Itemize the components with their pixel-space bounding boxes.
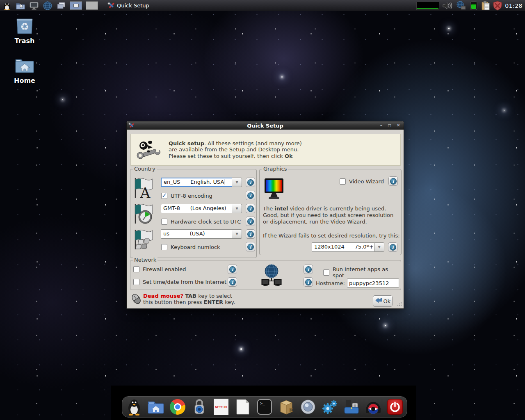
- svg-text:K: K: [289, 407, 293, 413]
- locale-value[interactable]: en_US English, USA: [164, 179, 224, 185]
- dock-menu-icon[interactable]: [126, 398, 143, 415]
- text-caret: [224, 179, 224, 185]
- svg-text:A: A: [140, 185, 151, 199]
- hwclock-checkbox[interactable]: [161, 219, 167, 225]
- taskbar-window-label: Quick Setup: [117, 2, 149, 9]
- numlock-label: Keyboard numlock: [171, 244, 220, 250]
- dock-word-processor-icon[interactable]: [234, 398, 251, 415]
- resolution-combobox[interactable]: 525x420 75.0*+: [312, 242, 384, 252]
- dock-install-icon[interactable]: [343, 398, 360, 415]
- window-title: Quick Setup: [127, 123, 404, 129]
- header-line2: are available from the Setup and Desktop…: [169, 146, 302, 153]
- hwclock-info-button[interactable]: i: [246, 217, 255, 226]
- resize-grip[interactable]: [397, 301, 402, 306]
- menu-icon[interactable]: [2, 1, 12, 10]
- spot-checkbox[interactable]: [323, 269, 329, 276]
- keyboard-info-button[interactable]: i: [246, 229, 255, 239]
- timesync-checkbox[interactable]: [133, 279, 139, 285]
- hostname-input[interactable]: [347, 278, 399, 288]
- dock-package-manager-icon[interactable]: K: [278, 398, 295, 415]
- firewall-checkbox[interactable]: [133, 266, 139, 272]
- workspace-1[interactable]: [70, 1, 82, 10]
- video-wizard-label: Video Wizard: [349, 178, 384, 185]
- video-wizard-checkbox[interactable]: [340, 178, 346, 185]
- minimize-button[interactable]: –: [380, 121, 383, 130]
- dock-multimedia-icon[interactable]: [365, 398, 382, 415]
- graphics-frame-label: Graphics: [262, 166, 288, 172]
- timezone-info-button[interactable]: i: [246, 204, 255, 213]
- windows-icon[interactable]: [56, 1, 66, 10]
- timezone-flag-icon: [133, 202, 154, 225]
- desktop-icon-home[interactable]: Home: [6, 56, 43, 84]
- titlebar[interactable]: Quick Setup – □ ✕: [127, 121, 404, 130]
- resolution-hint: If the Wizard fails to set desired resol…: [263, 233, 401, 239]
- taskbar-window-button[interactable]: Quick Setup: [107, 2, 149, 9]
- timesync-info-button[interactable]: i: [228, 277, 237, 287]
- desktop-icon-trash[interactable]: ♻ Trash: [6, 16, 43, 45]
- disk-usage-icon[interactable]: [469, 1, 478, 11]
- locale-info-button[interactable]: i: [246, 178, 255, 187]
- locale-combobox[interactable]: en_US English, USA: [161, 178, 242, 187]
- country-frame-label: Country: [133, 166, 157, 172]
- dock-browser-icon[interactable]: [169, 398, 186, 415]
- bright-star: [448, 28, 450, 29]
- keyboard-dropdown-arrow[interactable]: [232, 229, 242, 239]
- dock-lock-icon[interactable]: [191, 398, 208, 415]
- taskbar: Quick Setup 01:28: [0, 0, 525, 11]
- numlock-info-button[interactable]: i: [246, 242, 255, 251]
- utf8-info-button[interactable]: i: [246, 191, 255, 200]
- maximize-button[interactable]: □: [388, 121, 391, 130]
- firewall-info-button[interactable]: i: [228, 265, 237, 274]
- timezone-value[interactable]: GMT-8 (Los Angeles): [163, 205, 226, 211]
- resolution-value[interactable]: 525x420 75.0*+: [314, 244, 374, 250]
- bright-star: [62, 99, 63, 100]
- video-wizard-row: Video Wizard: [340, 178, 384, 185]
- utf8-row: UTF-8 encoding: [161, 193, 212, 199]
- close-button[interactable]: ✕: [397, 121, 400, 130]
- utf8-checkbox[interactable]: [161, 193, 167, 199]
- clipboard-icon[interactable]: [481, 1, 490, 11]
- mouse-icon: [131, 294, 142, 305]
- dock-terminal-icon[interactable]: >_: [256, 398, 273, 415]
- network-globe-icon[interactable]: [43, 1, 52, 10]
- network-status-icon[interactable]: [456, 1, 466, 11]
- dead-mouse-help: Dead mouse? TAB key to select this butto…: [143, 293, 235, 305]
- utf8-label: UTF-8 encoding: [171, 193, 212, 199]
- clock[interactable]: 01:28: [505, 2, 523, 9]
- keyboard-value[interactable]: us (USA): [163, 231, 205, 237]
- network-frame-label: Network: [133, 257, 158, 263]
- numlock-checkbox[interactable]: [161, 244, 167, 250]
- file-manager-icon[interactable]: [16, 1, 25, 10]
- dock-netflix-icon[interactable]: NETFLIX: [212, 398, 230, 415]
- resolution-info-button[interactable]: i: [388, 242, 397, 252]
- locale-dropdown-arrow[interactable]: [232, 178, 242, 187]
- hwclock-label: Hardware clock set to UTC: [171, 219, 241, 225]
- quick-setup-window: Quick Setup – □ ✕ Quick setup. All these…: [126, 121, 404, 309]
- header-line3: Please set these to suit yourself, then …: [169, 153, 285, 159]
- dock-file-manager-icon[interactable]: [147, 398, 164, 415]
- network-globe-monitors-icon: [261, 264, 282, 288]
- volume-icon[interactable]: [442, 1, 453, 10]
- display-icon[interactable]: [29, 1, 39, 10]
- dead-mouse-alert: Dead mouse?: [143, 293, 183, 299]
- workspace-2[interactable]: [86, 1, 98, 10]
- timezone-combobox[interactable]: GMT-8 (Los Angeles): [161, 204, 242, 213]
- keyboard-combobox[interactable]: us (USA): [161, 229, 242, 239]
- dock-settings-icon[interactable]: [321, 398, 338, 415]
- hostname-info-button[interactable]: i: [304, 277, 313, 287]
- keyboard-flag-icon: [133, 228, 154, 251]
- ok-button[interactable]: Ok: [373, 295, 393, 307]
- video-wizard-info-button[interactable]: i: [388, 176, 398, 186]
- cpu-monitor-icon[interactable]: [416, 2, 439, 10]
- timezone-dropdown-arrow[interactable]: [232, 204, 242, 213]
- spot-info-button[interactable]: i: [304, 265, 313, 274]
- country-frame: Country A en_US English, USA i UTF-8 enc…: [130, 169, 257, 258]
- firewall-shield-icon[interactable]: [493, 1, 502, 11]
- header-ok-bold: Ok: [285, 153, 293, 159]
- bright-star: [240, 348, 242, 350]
- dock-volume-icon[interactable]: [299, 398, 317, 415]
- resolution-dropdown-arrow[interactable]: [374, 242, 384, 252]
- return-arrow-icon: [375, 297, 383, 305]
- dock-power-icon[interactable]: [386, 398, 404, 415]
- firewall-row: Firewall enabled: [133, 266, 186, 272]
